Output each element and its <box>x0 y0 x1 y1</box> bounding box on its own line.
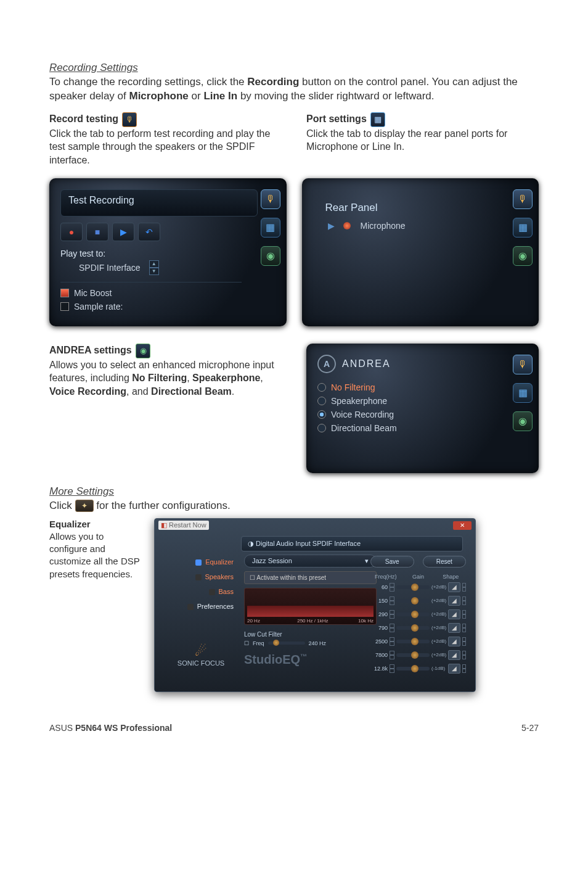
band-freq: 290 <box>370 611 388 617</box>
spdif-interface-option[interactable]: SPDIF Interface <box>79 263 141 273</box>
eq-band-row: 150(+2dB)◢ <box>370 596 466 606</box>
more-settings-heading: More Settings <box>49 485 539 498</box>
footer-left: ASUS P5N64 WS Professional <box>49 723 172 733</box>
shape-spinner[interactable] <box>462 610 466 619</box>
freq-spinner[interactable] <box>390 637 394 646</box>
sample-rate-label: Sample rate: <box>74 302 123 311</box>
directional-beam-radio[interactable] <box>317 424 326 432</box>
equalizer-desc: Allows you to configure and customize al… <box>49 530 142 580</box>
andrea-logo-icon: A <box>317 355 336 373</box>
shape-spinner[interactable] <box>462 596 466 605</box>
gain-slider[interactable] <box>396 653 430 657</box>
play-button[interactable]: ▶ <box>112 223 134 241</box>
freq-spinner[interactable] <box>390 583 394 592</box>
more-settings-body: Click ✦ for the further configurations. <box>49 499 539 513</box>
preset-dropdown[interactable]: Jazz Session▾ <box>244 555 377 567</box>
shape-spinner[interactable] <box>462 664 466 673</box>
port-settings-label: Port settings <box>306 113 367 124</box>
tab-andrea-icon[interactable]: ◉ <box>261 246 280 266</box>
sonic-focus-logo: ☄ SONIC FOCUS <box>173 643 229 667</box>
shape-button[interactable]: ◢ <box>448 609 460 619</box>
freq-spinner[interactable] <box>390 651 394 659</box>
freq-spinner[interactable] <box>390 624 394 632</box>
eq-nav: Equalizer Speakers Bass Preferences <box>162 555 236 614</box>
no-filtering-radio[interactable] <box>317 383 326 392</box>
tab-ports-icon[interactable]: ▦ <box>261 218 280 237</box>
shape-button[interactable]: ◢ <box>448 596 460 606</box>
shape-button[interactable]: ◢ <box>448 623 460 633</box>
voice-recording-radio[interactable] <box>317 410 326 419</box>
speakerphone-radio[interactable] <box>317 397 326 405</box>
lowcut-slider[interactable] <box>268 642 305 645</box>
t: . <box>232 386 234 397</box>
eq-band-row: 7800(+2dB)◢ <box>370 650 466 660</box>
expand-arrow-icon[interactable]: ▶ <box>328 221 335 231</box>
eq-band-row: 60(+2dB)◢ <box>370 582 466 592</box>
gain-slider[interactable] <box>396 640 430 643</box>
eq-band-row: 12.8k(-1dB)◢ <box>370 664 466 674</box>
tab-mic-icon[interactable]: 🎙 <box>261 189 280 209</box>
tab-mic-icon[interactable]: 🎙 <box>513 355 533 374</box>
microphone-port-label[interactable]: Microphone <box>361 221 406 231</box>
txt-b: Microphone <box>129 90 188 102</box>
gain-slider[interactable] <box>396 613 430 616</box>
directional-beam-label: Directional Beam <box>331 423 397 433</box>
freq-spinner[interactable] <box>390 596 394 605</box>
band-freq: 7800 <box>370 652 388 658</box>
gain-slider[interactable] <box>396 667 430 670</box>
col-gain: Gain <box>403 574 434 580</box>
tab-ports-icon[interactable]: ▦ <box>513 383 533 403</box>
shape-button[interactable]: ◢ <box>448 650 460 660</box>
andrea-icon: ◉ <box>136 344 150 358</box>
nav-preferences[interactable]: Preferences <box>162 599 236 614</box>
gain-slider[interactable] <box>396 626 430 630</box>
gain-slider[interactable] <box>396 585 430 589</box>
band-freq: 60 <box>370 584 388 590</box>
t: SONIC FOCUS <box>173 659 229 667</box>
txt: To change the recording settings, click … <box>49 76 247 88</box>
freq-spinner[interactable] <box>390 664 394 673</box>
t: , <box>187 373 192 383</box>
rear-panel-panel: 🎙 ▦ ◉ Rear Panel ▶ Microphone <box>302 178 539 326</box>
close-button[interactable]: ✕ <box>453 521 472 530</box>
recording-settings-heading: Recording Settings <box>49 62 539 74</box>
gain-db: (+2dB) <box>431 584 446 590</box>
mic-port-icon <box>343 222 351 229</box>
t: Speakerphone <box>192 373 260 383</box>
equalizer-window: ◧ Restart Now ✕ ◑ Digital Audio Input SP… <box>154 518 476 692</box>
save-button[interactable]: Save <box>370 556 414 567</box>
tab-ports-icon[interactable]: ▦ <box>513 218 533 237</box>
stop-button[interactable]: ■ <box>86 223 108 241</box>
sample-rate-checkbox[interactable] <box>60 302 69 311</box>
tab-mic-icon[interactable]: 🎙 <box>513 189 533 209</box>
shape-button[interactable]: ◢ <box>448 664 460 674</box>
nav-speakers[interactable]: Speakers <box>162 569 236 584</box>
freq-spinner[interactable] <box>390 610 394 619</box>
nav-bass[interactable]: Bass <box>162 584 236 599</box>
t: Click <box>49 500 75 511</box>
txt: or <box>189 90 204 102</box>
t: Digital Audio Input SPDIF Interface <box>256 540 361 547</box>
gain-slider[interactable] <box>396 599 430 603</box>
shape-spinner[interactable] <box>462 624 466 632</box>
undo-button[interactable]: ↶ <box>138 223 160 241</box>
shape-spinner[interactable] <box>462 583 466 592</box>
shape-button[interactable]: ◢ <box>448 637 460 646</box>
tab-andrea-icon[interactable]: ◉ <box>513 246 533 266</box>
txt: by moving the slider rightward or leftwa… <box>237 90 434 102</box>
shape-spinner[interactable] <box>462 637 466 646</box>
spdif-spinner[interactable]: ▲▼ <box>149 260 159 275</box>
reset-button[interactable]: Reset <box>423 556 467 567</box>
gain-db: (+2dB) <box>431 638 446 644</box>
audio-input-header[interactable]: ◑ Digital Audio Input SPDIF Interface <box>241 536 463 551</box>
nav-equalizer[interactable]: Equalizer <box>162 555 236 569</box>
tab-andrea-icon[interactable]: ◉ <box>513 411 533 431</box>
shape-spinner[interactable] <box>462 651 466 659</box>
mic-boost-checkbox[interactable] <box>60 289 69 297</box>
record-button[interactable]: ● <box>60 223 83 241</box>
activate-preset-checkbox[interactable]: ☐ Activate within this preset <box>244 571 377 584</box>
shape-button[interactable]: ◢ <box>448 582 460 592</box>
band-freq: 12.8k <box>370 666 388 672</box>
test-recording-panel: 🎙 ▦ ◉ Test Recording ● ■ ▶ ↶ Play test t… <box>49 178 287 326</box>
gain-db: (+2dB) <box>431 652 446 658</box>
